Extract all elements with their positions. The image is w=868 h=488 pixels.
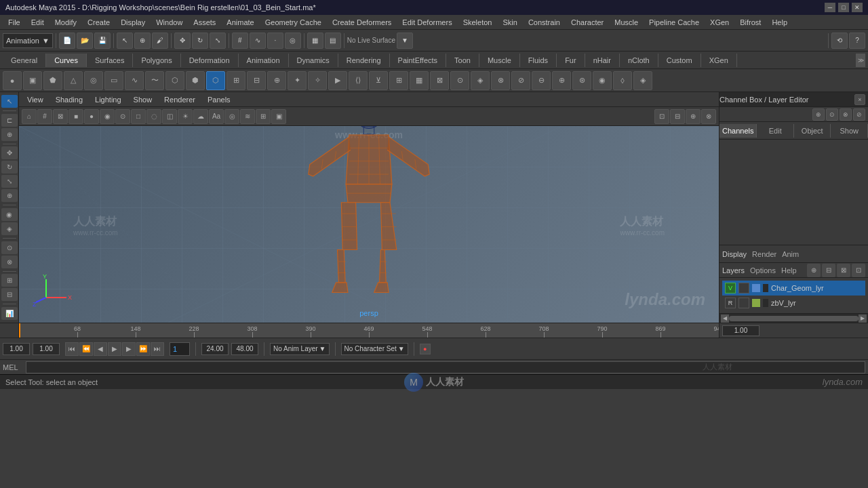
playback-speed-input[interactable] — [722, 325, 760, 336]
tab-bar-arrow[interactable]: ≫ — [856, 54, 865, 67]
vp-snap-grid-btn[interactable]: ⊡ — [654, 109, 669, 124]
rp-icon3[interactable]: ⊗ — [840, 108, 852, 121]
vp-home-btn[interactable]: ⌂ — [22, 109, 37, 124]
tab-deformation[interactable]: Deformation — [181, 54, 239, 67]
tab-xgen[interactable]: XGen — [701, 54, 737, 67]
layer-btn[interactable]: ⊞ — [1, 274, 18, 287]
lasso-tool-btn[interactable]: ⊏ — [1, 114, 18, 127]
smooth-icon[interactable]: ⊙ — [450, 71, 469, 90]
tab-fur[interactable]: Fur — [557, 54, 585, 67]
current-frame-display[interactable]: 1 — [170, 342, 190, 356]
vp-snap-vt-btn[interactable]: ⊟ — [670, 109, 685, 124]
tab-toon[interactable]: Toon — [446, 54, 479, 67]
menu-geometry-cache[interactable]: Geometry Cache — [260, 17, 327, 28]
paint-btn[interactable]: 🖌 — [152, 33, 168, 49]
cone-icon[interactable]: △ — [64, 71, 83, 90]
misc2-icon[interactable]: ⊛ — [572, 71, 591, 90]
vp-solid-btn[interactable]: ■ — [68, 109, 83, 124]
menu-edit[interactable]: Edit — [26, 17, 50, 28]
vp-shading2-btn[interactable]: ◫ — [162, 109, 177, 124]
menu-muscle[interactable]: Muscle — [609, 17, 644, 28]
layer-ctrl3[interactable]: ⊠ — [837, 264, 850, 277]
tab-animation[interactable]: Animation — [239, 54, 289, 67]
layer-zbv[interactable]: R zbV_lyr — [722, 296, 865, 310]
rp-icon2[interactable]: ⊙ — [826, 108, 838, 121]
cube-icon[interactable]: ▣ — [23, 71, 42, 90]
rp-tab-show[interactable]: Show — [831, 124, 868, 138]
viewport-canvas[interactable]: 人人素材 www.rr-cc.com www.rr-cc.com 人人素材 ww… — [19, 126, 719, 323]
vp-aa-btn[interactable]: Aa — [209, 109, 224, 124]
vp-grid-btn[interactable]: # — [37, 109, 52, 124]
layer-r-btn[interactable]: R — [725, 298, 736, 308]
vp-show[interactable]: Show — [128, 94, 158, 105]
deform1-icon[interactable]: ⊞ — [226, 71, 245, 90]
misc1-icon[interactable]: ⊕ — [552, 71, 571, 90]
prev-key-btn[interactable]: ⏪ — [79, 342, 93, 356]
light2-icon[interactable]: ✧ — [308, 71, 327, 90]
menu-display[interactable]: Display — [115, 17, 151, 28]
rotate-btn[interactable]: ↻ — [192, 33, 208, 49]
preset-dropdown[interactable]: Animation ▼ — [3, 33, 53, 48]
tab-surfaces[interactable]: Surfaces — [87, 54, 133, 67]
rp-tab-channels[interactable]: Channels — [719, 124, 757, 138]
next-frame-btn[interactable]: ▶ — [122, 342, 136, 356]
menu-create[interactable]: Create — [82, 17, 115, 28]
layer-vis-btn[interactable]: V — [725, 283, 736, 293]
curve2-icon[interactable]: 〜 — [145, 71, 164, 90]
select-tool-btn[interactable]: ↖ — [1, 95, 18, 108]
render-btn[interactable]: ▦ — [307, 33, 323, 49]
poly2-icon[interactable]: ⬢ — [186, 71, 205, 90]
sphere-icon[interactable]: ● — [3, 71, 22, 90]
camera-icon[interactable]: ▶ — [328, 71, 347, 90]
joint-btn[interactable]: ⊙ — [1, 241, 18, 254]
uv-icon[interactable]: ⊖ — [532, 71, 551, 90]
tab-custom[interactable]: Custom — [658, 54, 701, 67]
active-shelf-icon[interactable]: ⬡ — [206, 71, 225, 90]
bump-icon[interactable]: ⊗ — [491, 71, 510, 90]
menu-bifrost[interactable]: Bifrost — [734, 17, 766, 28]
vp-smooth2-btn[interactable]: ◉ — [100, 109, 115, 124]
menu-help[interactable]: Help — [766, 17, 793, 28]
rig2-icon[interactable]: ⊻ — [369, 71, 388, 90]
tab-dynamics[interactable]: Dynamics — [289, 54, 338, 67]
playback-start-input[interactable] — [33, 343, 60, 355]
normal-icon[interactable]: ⊘ — [511, 71, 530, 90]
timeline-inner[interactable]: 168148228308390469548628708790869948 — [19, 323, 719, 338]
scrollbar-track[interactable] — [729, 316, 859, 321]
anim-layer-dropdown[interactable]: No Anim Layer ▼ — [270, 343, 330, 355]
live-surface-btn[interactable]: ▼ — [397, 33, 413, 49]
go-start-btn[interactable]: ⏮ — [65, 342, 79, 356]
vp-bbox-btn[interactable]: □ — [131, 109, 146, 124]
misc4-icon[interactable]: ◊ — [613, 71, 632, 90]
menu-pipeline-cache[interactable]: Pipeline Cache — [644, 17, 705, 28]
menu-file[interactable]: File — [3, 17, 26, 28]
menu-modify[interactable]: Modify — [50, 17, 82, 28]
rp-icon1[interactable]: ⊕ — [812, 108, 825, 121]
deform3-icon[interactable]: ⊕ — [267, 71, 286, 90]
vp-xray-btn[interactable]: ◌ — [146, 109, 161, 124]
rp-close-btn[interactable]: × — [854, 94, 865, 105]
light1-icon[interactable]: ✦ — [288, 71, 307, 90]
timeline-playhead[interactable] — [19, 323, 20, 338]
maximize-button[interactable]: □ — [838, 3, 849, 12]
scroll-right-btn[interactable]: ▶ — [859, 314, 867, 323]
menu-character[interactable]: Character — [566, 17, 609, 28]
tab-rendering[interactable]: Rendering — [338, 54, 390, 67]
vp-attr-btn[interactable]: ⊗ — [701, 109, 716, 124]
save-btn[interactable]: 💾 — [94, 33, 111, 49]
scale-tool-btn[interactable]: ⤡ — [1, 175, 18, 188]
tab-curves[interactable]: Curves — [46, 54, 87, 67]
tab-polygons[interactable]: Polygons — [133, 54, 180, 67]
snap-grid-btn[interactable]: # — [232, 33, 248, 49]
misc3-icon[interactable]: ◉ — [593, 71, 612, 90]
menu-create-deformers[interactable]: Create Deformers — [327, 17, 397, 28]
vp-wire-btn[interactable]: ⊠ — [53, 109, 68, 124]
menu-skeleton[interactable]: Skeleton — [458, 17, 498, 28]
deform2-icon[interactable]: ⊟ — [247, 71, 266, 90]
lattice-icon[interactable]: ⊞ — [389, 71, 408, 90]
vp-bg-btn[interactable]: ▣ — [271, 109, 286, 124]
tab-nhair[interactable]: nHair — [585, 54, 620, 67]
play-btn[interactable]: ▶ — [108, 342, 121, 356]
new-file-btn[interactable]: 📄 — [59, 33, 75, 49]
next-key-btn[interactable]: ⏩ — [136, 342, 150, 356]
